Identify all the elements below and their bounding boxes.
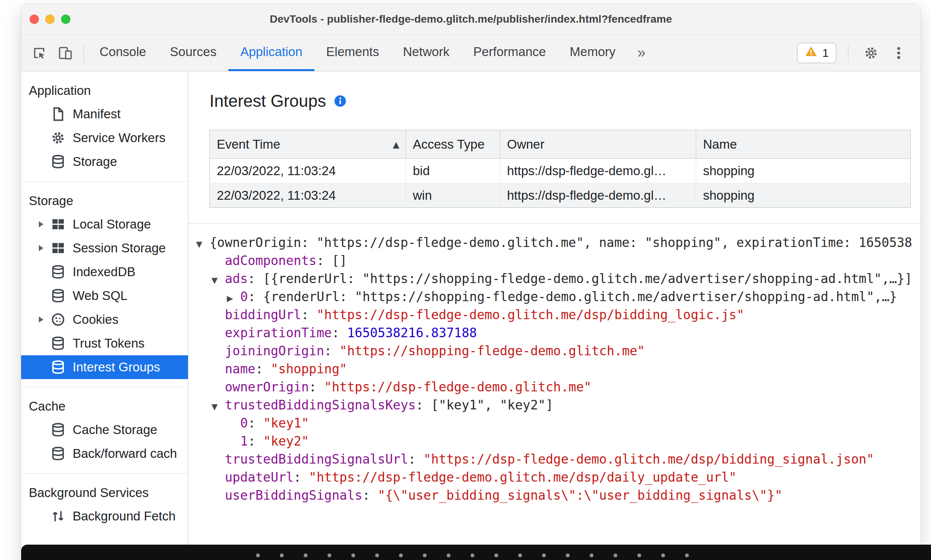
tree-seg-plain: : xyxy=(309,379,324,394)
column-header-access-type[interactable]: Access Type xyxy=(406,130,500,159)
tree-seg-key: 0 xyxy=(240,289,248,304)
column-label: Name xyxy=(703,137,737,151)
tree-line[interactable]: userBiddingSignals: "{\"user_bidding_sig… xyxy=(196,486,921,504)
column-label: Event Time xyxy=(217,137,280,151)
tab-performance[interactable]: Performance xyxy=(461,35,558,71)
tree-seg-key: updateUrl xyxy=(225,470,294,485)
table-cell: https://dsp-fledge-demo.gl… xyxy=(500,159,696,183)
json-tree: ▼{ownerOrigin: "https://dsp-fledge-demo.… xyxy=(188,223,921,560)
sidebar-item-cache-storage[interactable]: Cache Storage xyxy=(21,418,188,442)
toolbar-right-icons xyxy=(860,42,910,64)
tab-sources[interactable]: Sources xyxy=(158,35,228,71)
tree-seg-key: adComponents xyxy=(225,253,316,268)
info-icon[interactable] xyxy=(334,94,347,108)
tree-seg-plain: : ["key1", "key2"] xyxy=(416,398,554,413)
tab-elements[interactable]: Elements xyxy=(314,35,391,71)
tree-line[interactable]: updateUrl: "https://dsp-fledge-demo.glit… xyxy=(196,468,921,486)
column-header-event-time[interactable]: Event Time▲ xyxy=(210,130,406,159)
menu-kebab-icon[interactable] xyxy=(888,42,910,64)
more-tabs-button[interactable]: » xyxy=(627,35,655,71)
tree-expander-icon[interactable]: ▼ xyxy=(196,235,209,253)
column-header-name[interactable]: Name xyxy=(696,130,911,159)
close-button[interactable] xyxy=(30,15,39,24)
tree-line[interactable]: ▼trustedBiddingSignalsKeys: ["key1", "ke… xyxy=(196,396,921,414)
tree-seg-plain: : {renderUrl: "https://shopping-fledge-d… xyxy=(248,289,897,304)
sidebar-item-cookies[interactable]: Cookies xyxy=(21,308,188,331)
tree-line[interactable]: expirationTime: 1650538216.837188 xyxy=(196,324,921,342)
page-title: Interest Groups xyxy=(209,90,911,112)
interest-groups-table: Event Time▲Access TypeOwnerName 22/03/20… xyxy=(209,130,911,208)
tree-seg-key: expirationTime xyxy=(225,325,332,340)
sidebar-item-service-workers[interactable]: Service Workers xyxy=(21,126,188,150)
sidebar-section-storage: StorageLocal StorageSession StorageIndex… xyxy=(21,182,188,387)
tree-seg-key: ownerOrigin xyxy=(225,379,309,394)
tab-network[interactable]: Network xyxy=(391,35,461,71)
sidebar-item-manifest[interactable]: Manifest xyxy=(21,102,188,126)
sidebar-item-label: Interest Groups xyxy=(73,360,160,374)
tree-line[interactable]: ▼{ownerOrigin: "https://dsp-fledge-demo.… xyxy=(196,234,921,252)
zoom-button[interactable] xyxy=(61,15,70,24)
tree-line[interactable]: ownerOrigin: "https://dsp-fledge-demo.gl… xyxy=(196,378,921,396)
sort-asc-icon: ▲ xyxy=(393,139,399,149)
tree-line[interactable]: joiningOrigin: "https://shopping-fledge-… xyxy=(196,342,921,360)
tree-line[interactable]: 1: "key2" xyxy=(196,432,921,450)
tree-seg-string: "https://dsp-fledge-demo.glitch.me/dsp/b… xyxy=(424,452,874,467)
column-label: Owner xyxy=(507,137,544,151)
minimize-button[interactable] xyxy=(45,15,55,24)
sidebar-item-local-storage[interactable]: Local Storage xyxy=(21,212,188,236)
tree-line[interactable]: ▼ads: [{renderUrl: "https://shopping-fle… xyxy=(196,270,921,288)
column-label: Access Type xyxy=(413,137,484,151)
inspect-icon[interactable] xyxy=(28,42,50,64)
tree-line[interactable]: 0: "key1" xyxy=(196,414,921,432)
table-header: Event Time▲Access TypeOwnerName xyxy=(210,130,911,159)
sidebar-header-storage: Storage xyxy=(21,189,188,212)
tree-line[interactable]: adComponents: [] xyxy=(196,252,921,270)
expand-arrow-icon[interactable] xyxy=(39,316,43,323)
tree-line[interactable]: name: "shopping" xyxy=(196,360,921,378)
tree-seg-string: "https://dsp-fledge-demo.glitch.me/dsp/b… xyxy=(316,307,744,322)
window-title: DevTools - publisher-fledge-demo.glitch.… xyxy=(270,13,672,25)
device-toolbar-icon[interactable] xyxy=(54,42,76,64)
tree-seg-string: "key1" xyxy=(263,416,309,431)
tree-seg-string: "https://dsp-fledge-demo.glitch.me" xyxy=(324,379,591,394)
expand-arrow-icon[interactable] xyxy=(39,221,43,227)
table-icon xyxy=(50,240,66,256)
tree-seg-key: name xyxy=(225,361,255,376)
sidebar-item-label: Storage xyxy=(73,154,117,169)
devtools-body: ApplicationManifestService WorkersStorag… xyxy=(21,71,921,560)
sidebar-item-web-sql[interactable]: Web SQL xyxy=(21,284,188,308)
settings-gear-icon[interactable] xyxy=(860,42,882,64)
table-row[interactable]: 22/03/2022, 11:03:24winhttps://dsp-fledg… xyxy=(210,183,911,208)
tree-expander-icon[interactable]: ▼ xyxy=(211,398,225,416)
sidebar-item-label: Background Fetch xyxy=(73,509,176,524)
tab-application[interactable]: Application xyxy=(228,35,314,71)
expand-arrow-icon[interactable] xyxy=(39,245,43,251)
toolbar-left xyxy=(21,35,80,71)
tree-seg-string: "shopping" xyxy=(271,361,347,376)
titlebar: DevTools - publisher-fledge-demo.glitch.… xyxy=(21,4,921,35)
column-header-owner[interactable]: Owner xyxy=(500,130,696,159)
tree-expander-icon[interactable]: ▶ xyxy=(227,290,240,308)
sidebar-item-indexeddb[interactable]: IndexedDB xyxy=(21,260,188,284)
sidebar-item-background-fetch[interactable]: Background Fetch xyxy=(21,504,188,528)
sidebar-item-session-storage[interactable]: Session Storage xyxy=(21,236,188,260)
tab-memory[interactable]: Memory xyxy=(558,35,627,71)
sidebar-item-back-forward-cach[interactable]: Back/forward cach xyxy=(21,442,188,466)
tree-line[interactable]: biddingUrl: "https://dsp-fledge-demo.gli… xyxy=(196,306,921,324)
tree-seg-plain: : xyxy=(332,325,347,340)
sidebar-item-interest-groups[interactable]: Interest Groups xyxy=(21,355,188,379)
sidebar-item-label: Service Workers xyxy=(73,131,165,145)
tree-expander-icon[interactable]: ▼ xyxy=(211,272,225,290)
table-row[interactable]: 22/03/2022, 11:03:24bidhttps://dsp-fledg… xyxy=(210,159,911,183)
sidebar-item-label: Session Storage xyxy=(73,241,166,255)
tree-seg-plain: : xyxy=(324,343,339,358)
issues-badge[interactable]: 1 xyxy=(797,43,836,63)
sidebar-section-background-services: Background ServicesBackground Fetch xyxy=(21,474,188,536)
tree-line[interactable]: trustedBiddingSignalsUrl: "https://dsp-f… xyxy=(196,450,921,468)
sidebar-item-storage[interactable]: Storage xyxy=(21,150,188,174)
tree-line[interactable]: ▶0: {renderUrl: "https://shopping-fledge… xyxy=(196,288,921,306)
tab-console[interactable]: Console xyxy=(88,35,158,71)
table-cell: shopping xyxy=(696,183,911,208)
tree-seg-plain: : xyxy=(248,416,263,431)
sidebar-item-trust-tokens[interactable]: Trust Tokens xyxy=(21,331,188,355)
